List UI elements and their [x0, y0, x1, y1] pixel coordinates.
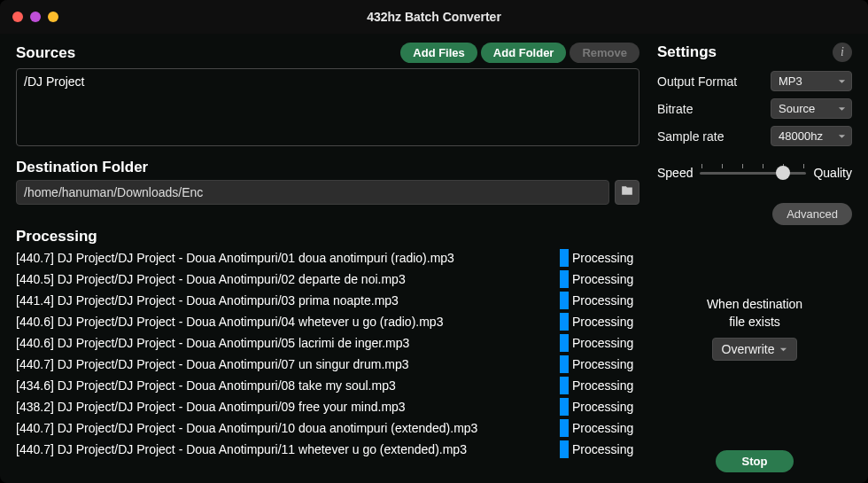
window-title: 432hz Batch Converter: [0, 10, 868, 24]
processing-filename: [441.4] DJ Project/DJ Project - Doua Ano…: [16, 293, 556, 308]
source-item[interactable]: /DJ Project: [24, 74, 632, 89]
progress-bar: [560, 292, 569, 309]
processing-row: [440.5] DJ Project/DJ Project - Doua Ano…: [16, 269, 639, 290]
processing-filename: [440.6] DJ Project/DJ Project - Doua Ano…: [16, 336, 556, 350]
stop-button[interactable]: Stop: [716, 450, 794, 472]
processing-status: Processing: [572, 336, 639, 350]
processing-status: Processing: [572, 378, 639, 393]
processing-row: [440.6] DJ Project/DJ Project - Doua Ano…: [16, 311, 639, 332]
processing-status: Processing: [572, 315, 639, 329]
titlebar: 432hz Batch Converter: [0, 0, 868, 34]
progress-bar: [560, 270, 569, 288]
processing-row: [440.6] DJ Project/DJ Project - Doua Ano…: [16, 332, 639, 354]
processing-row: [438.2] DJ Project/DJ Project - Doua Ano…: [16, 396, 639, 417]
speed-quality-slider[interactable]: [700, 172, 806, 175]
progress-bar: [560, 377, 569, 394]
processing-title: Processing: [16, 228, 639, 245]
add-files-button[interactable]: Add Files: [400, 43, 477, 63]
progress-bar: [560, 440, 569, 458]
sample-rate-select[interactable]: 48000hz: [771, 126, 852, 146]
slider-left-label: Speed: [657, 166, 693, 180]
maximize-button[interactable]: [48, 12, 58, 22]
sources-title: Sources: [16, 44, 75, 62]
processing-row: [440.7] DJ Project/DJ Project - Doua Ano…: [16, 247, 639, 269]
progress-bar: [560, 313, 569, 331]
progress-bar: [560, 249, 569, 267]
processing-filename: [434.6] DJ Project/DJ Project - Doua Ano…: [16, 378, 556, 393]
processing-filename: [438.2] DJ Project/DJ Project - Doua Ano…: [16, 400, 556, 414]
processing-filename: [440.7] DJ Project/DJ Project - Doua Ano…: [16, 442, 556, 456]
folder-icon: [621, 184, 633, 200]
settings-title: Settings: [657, 43, 717, 61]
processing-row: [440.7] DJ Project/DJ Project - Doua Ano…: [16, 417, 639, 439]
processing-status: Processing: [572, 357, 639, 371]
processing-row: [440.7] DJ Project/DJ Project - Doua Ano…: [16, 354, 639, 375]
destination-title: Destination Folder: [16, 159, 639, 176]
output-format-select[interactable]: MP3: [771, 71, 852, 91]
processing-status: Processing: [572, 442, 639, 456]
info-button[interactable]: i: [833, 43, 852, 62]
progress-bar: [560, 419, 569, 437]
processing-status: Processing: [572, 272, 639, 286]
slider-right-label: Quality: [813, 166, 852, 180]
chevron-down-icon: [779, 342, 787, 356]
processing-list: [440.7] DJ Project/DJ Project - Doua Ano…: [16, 247, 639, 472]
window-controls: [0, 12, 58, 22]
chevron-down-icon: [838, 74, 846, 88]
destination-input[interactable]: [16, 180, 609, 205]
progress-bar: [560, 398, 569, 416]
output-format-label: Output Format: [657, 74, 737, 89]
sources-list[interactable]: /DJ Project: [16, 68, 639, 146]
sample-rate-label: Sample rate: [657, 129, 724, 144]
chevron-down-icon: [838, 102, 846, 115]
processing-status: Processing: [572, 251, 639, 265]
processing-filename: [440.7] DJ Project/DJ Project - Doua Ano…: [16, 421, 556, 435]
add-folder-button[interactable]: Add Folder: [481, 43, 567, 63]
processing-filename: [440.7] DJ Project/DJ Project - Doua Ano…: [16, 357, 556, 371]
destination-exists-label: When destination file exists: [657, 296, 852, 331]
close-button[interactable]: [12, 12, 23, 22]
progress-bar: [560, 334, 569, 352]
slider-thumb[interactable]: [776, 166, 790, 180]
progress-bar: [560, 355, 569, 373]
processing-status: Processing: [572, 293, 639, 308]
chevron-down-icon: [838, 129, 846, 143]
bitrate-select[interactable]: Source: [771, 98, 852, 119]
processing-filename: [440.7] DJ Project/DJ Project - Doua Ano…: [16, 251, 556, 265]
minimize-button[interactable]: [30, 12, 41, 22]
info-icon: i: [841, 45, 844, 59]
destination-exists-select[interactable]: Overwrite: [712, 338, 798, 361]
processing-filename: [440.5] DJ Project/DJ Project - Doua Ano…: [16, 272, 556, 286]
advanced-button[interactable]: Advanced: [772, 203, 852, 225]
remove-button[interactable]: Remove: [570, 43, 639, 63]
processing-row: [441.4] DJ Project/DJ Project - Doua Ano…: [16, 290, 639, 311]
processing-status: Processing: [572, 400, 639, 414]
bitrate-label: Bitrate: [657, 102, 693, 116]
processing-row: [434.6] DJ Project/DJ Project - Doua Ano…: [16, 375, 639, 396]
browse-folder-button[interactable]: [615, 180, 639, 205]
processing-status: Processing: [572, 421, 639, 435]
processing-row: [440.7] DJ Project/DJ Project - Doua Ano…: [16, 439, 639, 460]
processing-filename: [440.6] DJ Project/DJ Project - Doua Ano…: [16, 315, 556, 329]
